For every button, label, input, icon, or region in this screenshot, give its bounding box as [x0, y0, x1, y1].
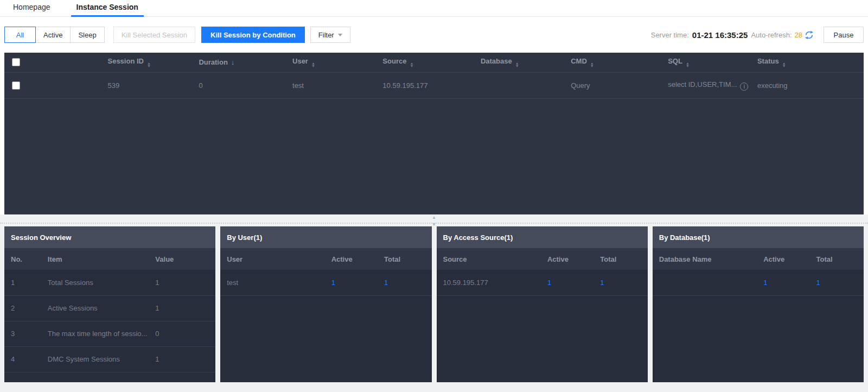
- list-item: 1 1: [653, 270, 864, 295]
- kill-session-by-condition-button[interactable]: Kill Session by Condition: [201, 27, 305, 43]
- cell-value: 1: [154, 270, 215, 295]
- panel-splitter[interactable]: ▲▼: [0, 214, 868, 226]
- panel-body: [4, 372, 215, 383]
- cell-no: 2: [4, 295, 47, 321]
- tab-homepage[interactable]: Homepage: [11, 3, 53, 16]
- sort-icon[interactable]: ▲▼: [311, 62, 315, 67]
- column-header-sql[interactable]: SQL▲▼: [667, 53, 756, 72]
- table-row: 539 0 test 10.59.195.177 Query select ID…: [4, 72, 864, 98]
- sort-icon[interactable]: ▲▼: [515, 62, 519, 67]
- cell-value: 1: [154, 346, 215, 372]
- panel-by-access-source: By Access Source(1) Source Active Total …: [437, 226, 648, 382]
- session-state-filter-group: All Active Sleep: [4, 27, 104, 43]
- session-table: Session ID▲▼ Duration↓ User▲▼ Source▲▼ D…: [4, 53, 864, 214]
- cell-no: 4: [4, 346, 47, 372]
- cell-database: [480, 72, 570, 98]
- sort-icon[interactable]: ▲▼: [590, 62, 594, 67]
- col-item: Item: [47, 248, 155, 270]
- column-header-database[interactable]: Database▲▼: [480, 53, 570, 72]
- list-item: 1 Total Sessions 1: [4, 270, 215, 295]
- cell-item: Active Sessions: [47, 295, 155, 321]
- info-icon[interactable]: i: [740, 83, 748, 91]
- statistics-panels: Session Overview No. Item Value 1 Total …: [0, 226, 868, 382]
- cell-item: DMC System Sessions: [47, 346, 155, 372]
- filter-active-button[interactable]: Active: [35, 27, 71, 43]
- select-all-checkbox[interactable]: [12, 58, 20, 66]
- auto-refresh-label: Auto-refresh:: [751, 31, 792, 39]
- auto-refresh-countdown: 28: [795, 31, 802, 39]
- cell-database-name: [653, 270, 762, 295]
- panel-title: Session Overview: [4, 226, 215, 248]
- panel-header-row: Database Name Active Total: [653, 248, 864, 270]
- cell-status: executing: [756, 72, 864, 98]
- cell-value: 1: [154, 295, 215, 321]
- list-item: 3 The max time length of sessio... 0: [4, 321, 215, 346]
- col-total: Total: [815, 248, 864, 270]
- filter-dropdown-label: Filter: [318, 31, 334, 39]
- column-header-source[interactable]: Source▲▼: [381, 53, 480, 72]
- filter-all-button[interactable]: All: [4, 27, 36, 43]
- tab-bar: Homepage Instance Session: [0, 0, 868, 17]
- col-source: Source: [437, 248, 546, 270]
- sort-desc-icon[interactable]: ↓: [231, 58, 235, 66]
- panel-body: [220, 296, 431, 383]
- cell-cmd: Query: [570, 72, 667, 98]
- column-header-session-id[interactable]: Session ID▲▼: [106, 53, 197, 72]
- tab-instance-session[interactable]: Instance Session: [74, 3, 141, 16]
- col-active: Active: [546, 248, 599, 270]
- col-user: User: [220, 248, 330, 270]
- column-header-status[interactable]: Status▲▼: [756, 53, 864, 72]
- col-value: Value: [154, 248, 215, 270]
- column-header-user[interactable]: User▲▼: [291, 53, 381, 72]
- active-count-link[interactable]: 1: [762, 270, 815, 295]
- cell-user: test: [220, 270, 330, 295]
- panel-by-database: By Database(1) Database Name Active Tota…: [653, 226, 864, 382]
- cell-user: test: [291, 72, 381, 98]
- toolbar-right: Server time: 01-21 16:35:25 Auto-refresh…: [651, 27, 864, 43]
- panel-session-overview: Session Overview No. Item Value 1 Total …: [4, 226, 215, 382]
- cell-session-id: 539: [106, 72, 197, 98]
- sort-icon[interactable]: ▲▼: [410, 62, 413, 67]
- panel-by-user: By User(1) User Active Total test 1 1: [220, 226, 431, 382]
- column-header-cmd[interactable]: CMD▲▼: [570, 53, 667, 72]
- cell-sql: select ID,USER,TIM...i: [667, 72, 756, 98]
- col-no: No.: [4, 248, 47, 270]
- sort-icon[interactable]: ▲▼: [686, 62, 690, 67]
- list-item: 2 Active Sessions 1: [4, 295, 215, 321]
- filter-sleep-button[interactable]: Sleep: [70, 27, 104, 43]
- kill-selected-session-button[interactable]: Kill Selected Session: [113, 27, 195, 43]
- col-active: Active: [330, 248, 383, 270]
- total-count-link[interactable]: 1: [383, 270, 432, 295]
- cell-no: 1: [4, 270, 47, 295]
- panel-title: By Access Source(1): [437, 226, 648, 248]
- row-checkbox[interactable]: [12, 81, 20, 90]
- server-time-label: Server time:: [651, 31, 689, 39]
- refresh-icon[interactable]: [805, 30, 814, 40]
- table-header-row: Session ID▲▼ Duration↓ User▲▼ Source▲▼ D…: [4, 53, 864, 72]
- server-time-value: 01-21 16:35:25: [692, 30, 748, 40]
- column-header-duration[interactable]: Duration↓: [197, 53, 291, 72]
- cell-source: 10.59.195.177: [437, 270, 546, 295]
- cell-value: 0: [154, 321, 215, 346]
- sort-icon[interactable]: ▲▼: [147, 62, 151, 67]
- cell-item: Total Sessions: [47, 270, 155, 295]
- cell-source: 10.59.195.177: [381, 72, 480, 98]
- active-count-link[interactable]: 1: [330, 270, 383, 295]
- total-count-link[interactable]: 1: [815, 270, 864, 295]
- splitter-grip-icon[interactable]: ▲▼: [432, 216, 436, 226]
- cell-item: The max time length of sessio...: [47, 321, 155, 346]
- total-count-link[interactable]: 1: [599, 270, 648, 295]
- toolbar: All Active Sleep Kill Selected Session K…: [0, 17, 868, 53]
- filter-dropdown-button[interactable]: Filter: [310, 27, 350, 43]
- col-total: Total: [599, 248, 648, 270]
- cell-no: 3: [4, 321, 47, 346]
- panel-title: By Database(1): [653, 226, 864, 248]
- active-count-link[interactable]: 1: [546, 270, 599, 295]
- pause-button[interactable]: Pause: [824, 27, 864, 43]
- col-database-name: Database Name: [653, 248, 762, 270]
- panel-header-row: Source Active Total: [437, 248, 648, 270]
- cell-duration: 0: [197, 72, 291, 98]
- list-item: 10.59.195.177 1 1: [437, 270, 648, 295]
- panel-body: [653, 296, 864, 383]
- sort-icon[interactable]: ▲▼: [782, 62, 786, 67]
